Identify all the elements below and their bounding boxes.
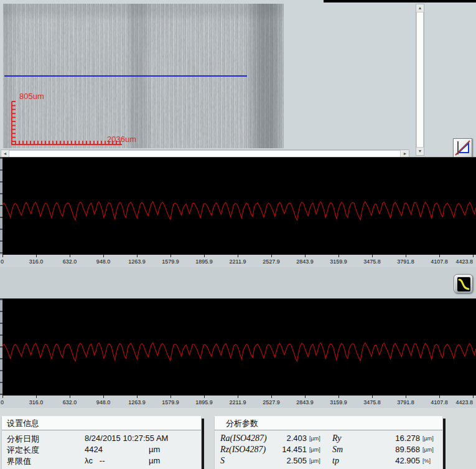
x-axis-tick <box>406 255 406 257</box>
image-viewer: 805um 2036um ▲ ▼ ◄ ► <box>0 0 476 158</box>
x-axis-tick-label: 316.0 <box>29 258 44 265</box>
param-value: 42.905 <box>362 456 420 465</box>
profile-plot-top <box>0 157 476 255</box>
profile-chart-bottom: 0316.0632.0948.01263.91579.91895.92211.9… <box>0 298 476 408</box>
row-value: 4424 <box>85 445 103 454</box>
param-value: 2.403 <box>250 433 307 443</box>
filter-curve-icon <box>454 275 474 294</box>
x-axis-tick-label: 3159.9 <box>330 258 347 265</box>
row-label: 分析日期 <box>7 433 39 445</box>
x-axis-tick <box>137 396 138 398</box>
param-unit: [µm] <box>309 447 320 453</box>
x-axis-tick <box>36 255 37 257</box>
x-axis-tick-label: 632.0 <box>63 258 77 265</box>
x-axis-tick-label: 3791.8 <box>397 258 414 265</box>
roughness-analyzer-window: 805um 2036um ▲ ▼ ◄ ► 0316.0632. <box>0 0 476 469</box>
measurement-overlay: 805um 2036um <box>3 4 284 148</box>
vertical-scale-label: 805um <box>19 92 44 101</box>
param-name: tp <box>332 456 339 466</box>
x-axis-tick <box>372 396 373 398</box>
x-axis-tick-label: 316.0 <box>29 399 44 405</box>
x-axis-tick-label: 948.0 <box>96 258 111 265</box>
x-axis-tick <box>137 255 138 257</box>
x-axis-tick <box>2 255 3 257</box>
settings-row-date: 分析日期 8/24/2015 10:27:55 AM <box>2 433 201 445</box>
profile-chart-top: 0316.0632.0948.01263.91579.91895.92211.9… <box>0 157 476 267</box>
param-name: Ry <box>332 433 342 443</box>
x-axis-tick-label: 1263.9 <box>128 258 146 265</box>
param-name: S <box>220 456 225 466</box>
x-axis-tick-label: 4423.8 <box>455 258 473 265</box>
horizontal-scale-ruler <box>12 141 122 144</box>
x-axis-tick-label: 1895.9 <box>195 399 213 405</box>
x-axis-tick-label: 0 <box>1 258 4 265</box>
x-axis-tick-label: 1895.9 <box>195 258 213 265</box>
x-axis-tick <box>103 396 104 398</box>
x-axis-tick-label: 3475.8 <box>363 258 381 265</box>
x-axis-tick-label: 2211.9 <box>230 258 246 265</box>
x-axis-tick <box>372 255 373 257</box>
analysis-panel-title: 分析参数 <box>215 417 442 430</box>
settings-row-length: 评定长度 4424 µm <box>2 445 201 456</box>
param-unit: [µm] <box>422 435 434 442</box>
x-axis-tick <box>338 396 339 398</box>
analysis-row-rz-sm: Rz(ISO4287) 14.451 [µm] Sm 89.568 [µm] <box>215 445 442 456</box>
analysis-rows: Ra(ISO4287) 2.403 [µm] Ry 16.278 [µm] Rz… <box>215 430 442 467</box>
profile-mode-tabband: 截面 粗糙度 起伏 混合 <box>0 267 476 298</box>
x-axis-top: 0316.0632.0948.01263.91579.91895.92211.9… <box>0 255 476 267</box>
row-unit: µm <box>149 445 160 454</box>
settings-info-panel: 设置信息 分析日期 8/24/2015 10:27:55 AM 评定长度 442… <box>1 416 202 469</box>
param-value: 14.451 <box>250 445 307 454</box>
param-value: 16.278 <box>362 433 420 443</box>
angle-measure-tool-button[interactable] <box>453 138 472 158</box>
x-axis-tick-label: 2527.9 <box>263 258 280 265</box>
x-axis-tick-label: 2843.9 <box>296 258 314 265</box>
settings-rows: 分析日期 8/24/2015 10:27:55 AM 评定长度 4424 µm … <box>2 430 201 469</box>
x-axis-tick <box>204 396 205 398</box>
window-top-strip <box>324 0 476 2</box>
microscope-image[interactable]: 805um 2036um <box>3 4 284 148</box>
x-axis-tick-label: 3791.8 <box>397 399 414 405</box>
x-axis-tick <box>271 255 272 257</box>
x-axis-tick-label: 948.0 <box>96 399 111 405</box>
x-axis-tick <box>238 396 238 398</box>
x-axis-tick <box>271 396 272 398</box>
x-axis-tick-label: 2211.9 <box>230 399 246 405</box>
vertical-scrollbar[interactable]: ▲ ▼ <box>416 4 424 156</box>
x-axis-tick-label: 2527.9 <box>263 399 280 405</box>
param-unit: [µm] <box>309 435 320 442</box>
param-value: 89.568 <box>362 445 420 454</box>
x-axis-tick-label: 0 <box>1 399 4 405</box>
row-unit: µm <box>149 456 160 465</box>
settings-panel-title: 设置信息 <box>2 417 201 430</box>
param-unit: [%] <box>422 458 431 464</box>
x-axis-tick-label: 4423.8 <box>455 399 473 405</box>
x-axis-tick-label: 3475.8 <box>363 399 381 405</box>
analysis-row-ra-ry: Ra(ISO4287) 2.403 [µm] Ry 16.278 [µm] <box>215 433 442 445</box>
param-unit: [µm] <box>422 447 434 453</box>
x-axis-tick <box>103 255 104 257</box>
settings-row-cutoff: 界限值 λc -- µm <box>2 456 201 467</box>
x-axis-tick <box>406 396 406 398</box>
filter-settings-button[interactable] <box>454 274 473 293</box>
x-axis-tick <box>473 255 474 257</box>
profile-plot-bottom <box>0 298 476 396</box>
vertical-scroll-thumb[interactable] <box>416 12 424 148</box>
x-axis-tick-label: 1263.9 <box>128 399 146 405</box>
x-axis-tick <box>70 255 70 257</box>
x-axis-tick <box>2 396 3 398</box>
param-name: Sm <box>332 445 343 455</box>
scroll-down-icon[interactable]: ▼ <box>416 148 424 155</box>
analysis-parameters-panel: 分析参数 Ra(ISO4287) 2.403 [µm] Ry 16.278 [µ… <box>214 416 443 469</box>
x-axis-tick-label: 4107.8 <box>431 258 448 265</box>
x-axis-tick-label: 4107.8 <box>431 399 448 405</box>
x-axis-tick <box>305 255 306 257</box>
horizontal-scale-label: 2036um <box>107 135 136 144</box>
profile-trace-top <box>2 158 476 255</box>
x-axis-tick <box>170 396 171 398</box>
x-axis-bottom: 0316.0632.0948.01263.91579.91895.92211.9… <box>0 396 476 408</box>
param-value: 2.505 <box>250 456 307 465</box>
scroll-up-icon[interactable]: ▲ <box>416 4 424 12</box>
row-value: 8/24/2015 10:27:55 AM <box>85 433 168 443</box>
x-axis-tick <box>170 255 171 257</box>
